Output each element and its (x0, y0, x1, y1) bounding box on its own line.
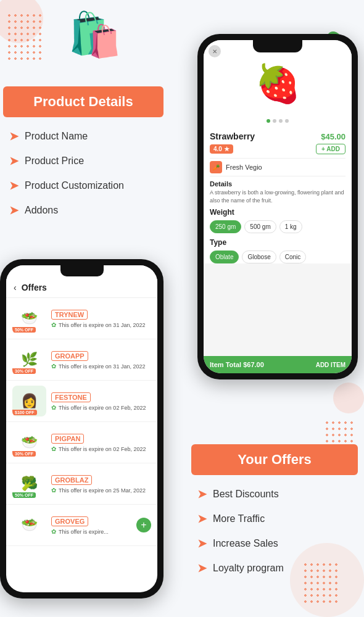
offer-code-groapp[interactable]: GROAPP (51, 351, 88, 361)
offer-badge-1: 50% OFF (12, 327, 36, 333)
expire-text-1: This offer is expire on 31 Jan, 2022 (59, 322, 145, 328)
offer-code-festone[interactable]: FESTONE (51, 392, 91, 402)
seller-row: 🥕 Fresh Vegio (210, 158, 345, 176)
offer-thumb-5: 🥦 50% OFF (12, 468, 46, 499)
add-offer-button[interactable]: + (136, 518, 151, 532)
list-item: ➤ Addons (9, 204, 167, 217)
image-dots-row (267, 119, 289, 123)
phone-frame-right: ✕ 🍓 Strawberry $45.00 4.0 ★ + ADD (197, 34, 358, 379)
offer-expire-1: ✿ This offer is expire on 31 Jan, 2022 (51, 321, 151, 328)
product-feature-list: ➤ Product Name ➤ Product Price ➤ Product… (0, 130, 167, 217)
phone-product-detail: ✕ 🍓 Strawberry $45.00 4.0 ★ + ADD (197, 34, 358, 392)
offer-badge-4: 30% OFF (12, 451, 36, 457)
offer-expire-5: ✿ This offer is expire on 25 Mar, 2022 (51, 487, 151, 494)
offer-code-groblaz[interactable]: GROBLAZ (51, 475, 92, 485)
product-name-label: Product Name (25, 131, 88, 142)
expire-text-5: This offer is expire on 25 Mar, 2022 (59, 487, 146, 494)
offer-item-groapp: 🌿 30% OFF GROAPP ✿ This offer is expire … (6, 339, 157, 381)
offer-badge-3: $100 OFF (12, 410, 37, 415)
offer-badge-5: 50% OFF (12, 492, 36, 498)
offer-info-4: PIGPAN ✿ This offer is expire on 02 Feb,… (51, 433, 151, 452)
offer-thumb-4: 🥗 30% OFF (12, 427, 46, 458)
product-rating-row: 4.0 ★ + ADD (210, 144, 345, 154)
offers-screen-title: Offers (22, 283, 47, 292)
dot-1 (267, 119, 270, 123)
offer-expire-4: ✿ This offer is expire on 02 Feb, 2022 (51, 445, 151, 452)
weight-label: Weight (210, 208, 345, 217)
weight-option-1kg[interactable]: 1 kg (279, 220, 302, 233)
offer-item-trynew: 🥗 50% OFF TRYNEW ✿ This offer is expire … (6, 298, 157, 339)
phone-notch-right (253, 40, 302, 52)
phone-screen-right: ✕ 🍓 Strawberry $45.00 4.0 ★ + ADD (204, 40, 352, 373)
expire-icon-6: ✿ (51, 528, 56, 535)
product-details-section: Product Details ➤ Product Name ➤ Product… (0, 0, 167, 228)
offer-thumb-6: 🥗 (12, 510, 46, 540)
your-offers-banner: Your Offers (191, 444, 358, 475)
list-item: ➤ Product Name (9, 130, 167, 143)
item-total: Item Total $67.00 (210, 361, 264, 368)
expire-icon-4: ✿ (51, 445, 56, 452)
expire-text-4: This offer is expire on 02 Feb, 2022 (59, 446, 146, 452)
weight-option-250[interactable]: 250 gm (210, 220, 241, 233)
offer-code-pigpan[interactable]: PIGPAN (51, 434, 84, 444)
list-item: ➤ Product Price (9, 154, 167, 168)
increase-sales-label: Increase Sales (213, 538, 278, 549)
list-item: ➤ Loyalty program (197, 561, 358, 575)
product-customization-label: Product Customization (25, 180, 124, 191)
best-discounts-label: Best Discounts (213, 489, 279, 500)
product-rating: 4.0 ★ (210, 144, 233, 154)
offer-code-groveg[interactable]: GROVEG (51, 516, 88, 526)
product-body: Strawberry $45.00 4.0 ★ + ADD 🥕 Fresh Ve… (204, 126, 352, 263)
back-button[interactable]: ‹ (14, 283, 17, 292)
offer-info-5: GROBLAZ ✿ This offer is expire on 25 Mar… (51, 474, 151, 494)
product-price-label: Product Price (25, 155, 84, 167)
chevron-icon-3: ➤ (9, 179, 19, 193)
add-to-cart-bar[interactable]: Item Total $67.00 ADD ITEM (204, 356, 352, 373)
chevron-icon-2: ➤ (9, 154, 19, 168)
phone-frame-left: ‹ Offers 🥗 50% OFF TRYNEW ✿ This offer i… (0, 259, 163, 598)
product-title: Strawberry (210, 131, 255, 141)
strawberry-image: 🍓 (255, 62, 301, 106)
expire-text-6: This offer is expire... (59, 529, 109, 535)
more-traffic-label: More Traffic (213, 513, 265, 524)
expire-icon-5: ✿ (51, 487, 56, 494)
add-button[interactable]: + ADD (316, 144, 345, 154)
offer-item-pigpan: 🥗 30% OFF PIGPAN ✿ This offer is expire … (6, 422, 157, 463)
offer-expire-6: ✿ This offer is expire... (51, 528, 131, 535)
type-option-oblate[interactable]: Oblate (210, 251, 239, 263)
product-image-header: ✕ 🍓 (204, 40, 352, 126)
offer-thumb-1: 🥗 50% OFF (12, 303, 46, 334)
seller-icon: 🥕 (210, 161, 222, 173)
your-offers-list: ➤ Best Discounts ➤ More Traffic ➤ Increa… (191, 487, 358, 575)
offer-thumb-2: 🌿 30% OFF (12, 344, 46, 375)
chevron-icon-5: ➤ (197, 487, 207, 501)
seller-name: Fresh Vegio (226, 164, 262, 171)
chevron-icon-1: ➤ (9, 130, 19, 143)
close-button[interactable]: ✕ (209, 45, 221, 57)
offer-info-1: TRYNEW ✿ This offer is expire on 31 Jan,… (51, 308, 151, 328)
list-item: ➤ Product Customization (9, 179, 167, 193)
dot-3 (279, 119, 283, 123)
expire-icon-3: ✿ (51, 404, 56, 411)
list-item: ➤ Best Discounts (197, 487, 358, 501)
offer-badge-2: 30% OFF (12, 368, 36, 374)
chevron-icon-7: ➤ (197, 537, 207, 550)
expire-icon-1: ✿ (51, 321, 56, 328)
addons-label: Addons (25, 205, 58, 216)
add-item-button[interactable]: ADD ITEM (316, 362, 345, 368)
product-price: $45.00 (321, 132, 345, 141)
your-offers-title: Your Offers (204, 452, 345, 468)
offer-code-trynew[interactable]: TRYNEW (51, 310, 88, 320)
phone-offers: ‹ Offers 🥗 50% OFF TRYNEW ✿ This offer i… (0, 259, 167, 605)
type-option-globose[interactable]: Globose (242, 251, 276, 263)
offer-thumb-3: 👩 $100 OFF (12, 386, 46, 416)
product-details-title: Product Details (15, 94, 151, 110)
expire-text-2: This offer is expire on 31 Jan, 2022 (59, 363, 145, 370)
your-offers-section: Your Offers ➤ Best Discounts ➤ More Traf… (191, 444, 358, 586)
phone-notch-left (60, 265, 104, 276)
offer-expire-3: ✿ This offer is expire on 02 Feb, 2022 (51, 404, 151, 411)
list-item: ➤ More Traffic (197, 512, 358, 526)
weight-option-500[interactable]: 500 gm (244, 220, 276, 233)
product-details-banner: Product Details (3, 86, 163, 117)
type-option-conic[interactable]: Conic (279, 251, 307, 263)
